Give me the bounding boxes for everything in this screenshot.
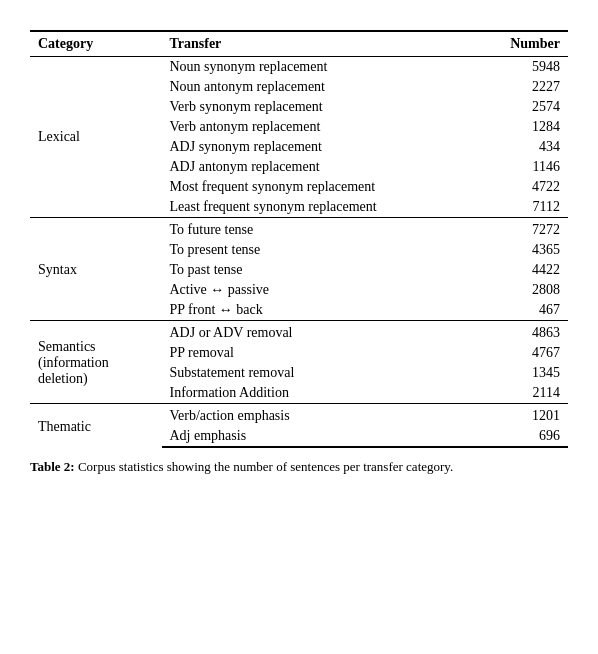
data-table: Category Transfer Number LexicalNoun syn… xyxy=(30,30,568,448)
table-body: LexicalNoun synonym replacement5948Noun … xyxy=(30,57,568,448)
number-cell: 5948 xyxy=(472,57,568,78)
caption-text: Corpus statistics showing the number of … xyxy=(78,459,453,474)
transfer-cell: Adj emphasis xyxy=(162,426,473,447)
number-cell: 4722 xyxy=(472,177,568,197)
transfer-cell: Noun synonym replacement xyxy=(162,57,473,78)
number-cell: 7272 xyxy=(472,218,568,241)
transfer-cell: Least frequent synonym replacement xyxy=(162,197,473,218)
table-row: Semantics (information deletion)ADJ or A… xyxy=(30,321,568,344)
transfer-cell: Verb synonym replacement xyxy=(162,97,473,117)
transfer-cell: Verb/action emphasis xyxy=(162,404,473,427)
transfer-cell: Active ↔ passive xyxy=(162,280,473,300)
category-cell: Semantics (information deletion) xyxy=(30,321,162,404)
table-row: LexicalNoun synonym replacement5948 xyxy=(30,57,568,78)
number-cell: 4365 xyxy=(472,240,568,260)
number-cell: 2574 xyxy=(472,97,568,117)
transfer-cell: To past tense xyxy=(162,260,473,280)
transfer-cell: ADJ synonym replacement xyxy=(162,137,473,157)
number-cell: 2808 xyxy=(472,280,568,300)
number-cell: 1284 xyxy=(472,117,568,137)
transfer-cell: Noun antonym replacement xyxy=(162,77,473,97)
table-header-row: Category Transfer Number xyxy=(30,31,568,57)
number-cell: 467 xyxy=(472,300,568,321)
number-cell: 4863 xyxy=(472,321,568,344)
number-cell: 2227 xyxy=(472,77,568,97)
table-container: Category Transfer Number LexicalNoun syn… xyxy=(30,30,568,448)
category-cell: Syntax xyxy=(30,218,162,321)
table-caption: Table 2: Corpus statistics showing the n… xyxy=(30,458,568,476)
table-row: ThematicVerb/action emphasis1201 xyxy=(30,404,568,427)
transfer-cell: To present tense xyxy=(162,240,473,260)
transfer-cell: To future tense xyxy=(162,218,473,241)
number-cell: 1201 xyxy=(472,404,568,427)
number-cell: 7112 xyxy=(472,197,568,218)
number-cell: 4422 xyxy=(472,260,568,280)
transfer-cell: PP front ↔ back xyxy=(162,300,473,321)
table-row: SyntaxTo future tense7272 xyxy=(30,218,568,241)
transfer-cell: Most frequent synonym replacement xyxy=(162,177,473,197)
number-cell: 4767 xyxy=(472,343,568,363)
category-cell: Thematic xyxy=(30,404,162,448)
transfer-cell: ADJ antonym replacement xyxy=(162,157,473,177)
number-cell: 1345 xyxy=(472,363,568,383)
category-cell: Lexical xyxy=(30,57,162,218)
number-cell: 2114 xyxy=(472,383,568,404)
header-number: Number xyxy=(472,31,568,57)
number-cell: 696 xyxy=(472,426,568,447)
transfer-cell: Verb antonym replacement xyxy=(162,117,473,137)
transfer-cell: Substatement removal xyxy=(162,363,473,383)
caption-label: Table 2: xyxy=(30,459,75,474)
number-cell: 1146 xyxy=(472,157,568,177)
transfer-cell: PP removal xyxy=(162,343,473,363)
transfer-cell: ADJ or ADV removal xyxy=(162,321,473,344)
number-cell: 434 xyxy=(472,137,568,157)
transfer-cell: Information Addition xyxy=(162,383,473,404)
header-category: Category xyxy=(30,31,162,57)
header-transfer: Transfer xyxy=(162,31,473,57)
